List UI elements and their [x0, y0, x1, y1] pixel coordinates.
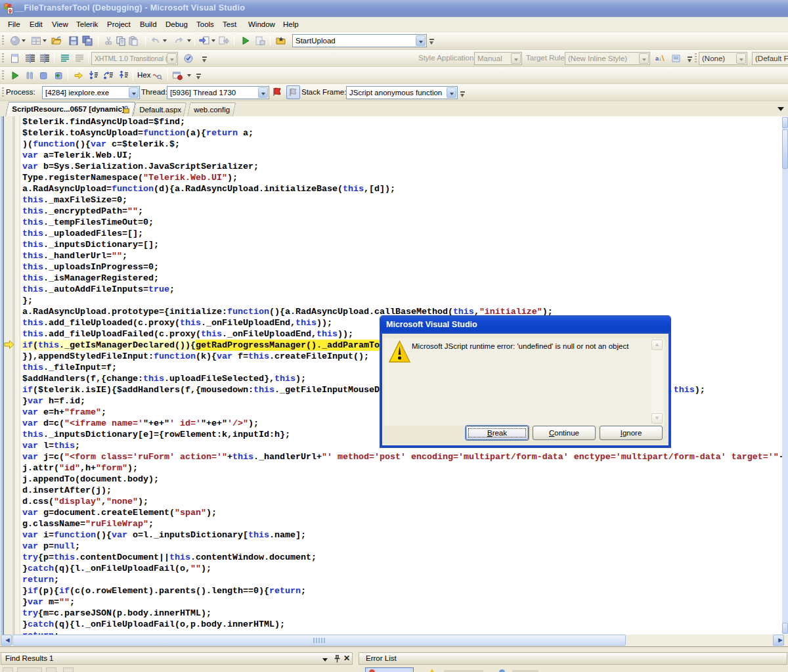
- svg-text:a↓: a↓: [655, 55, 662, 62]
- svg-text:9: 9: [9, 8, 12, 14]
